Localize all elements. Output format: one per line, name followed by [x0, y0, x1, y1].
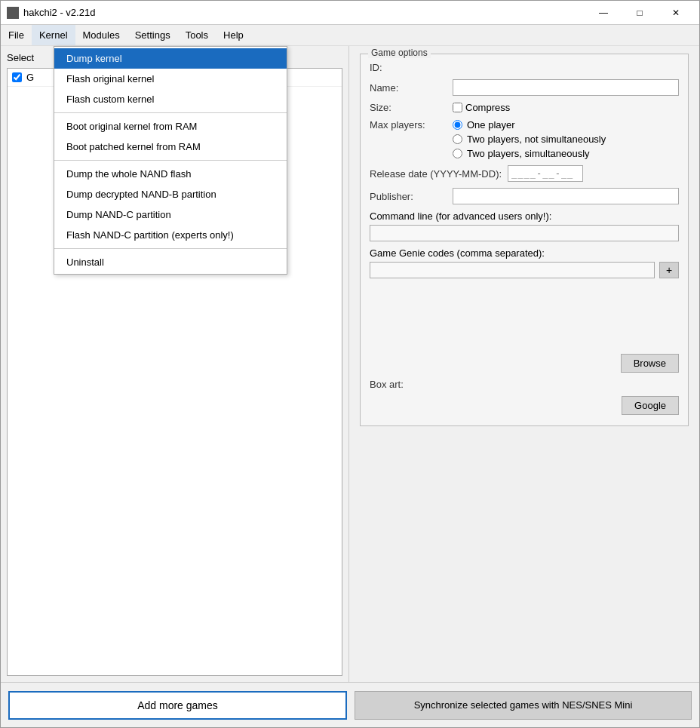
- menu-tools[interactable]: Tools: [178, 25, 216, 45]
- game-name: G: [26, 72, 34, 83]
- release-date-row: Release date (YYYY-MM-DD):: [370, 165, 679, 182]
- browse-button[interactable]: Browse: [621, 354, 679, 373]
- separator-1: [54, 112, 287, 113]
- id-row: ID:: [370, 62, 679, 73]
- separator-2: [54, 160, 287, 161]
- size-row: Size: Compress: [370, 102, 679, 113]
- menu-flash-custom-kernel[interactable]: Flash custom kernel: [54, 89, 287, 109]
- title-bar-controls: — □ ✕: [586, 2, 693, 23]
- one-player-radio[interactable]: [453, 120, 462, 130]
- name-input[interactable]: [453, 79, 679, 96]
- genie-row: +: [370, 262, 679, 278]
- title-bar-text: hakchi2 - v2.21d: [23, 7, 586, 18]
- main-window: hakchi2 - v2.21d — □ ✕ File Kernel Modul…: [0, 0, 700, 728]
- menu-dump-nand[interactable]: Dump the whole NAND flash: [54, 164, 287, 184]
- two-sim-row: Two players, simultaneously: [453, 148, 606, 159]
- command-line-input[interactable]: [370, 225, 679, 241]
- app-icon: [7, 7, 19, 19]
- game-checkbox[interactable]: [12, 72, 22, 82]
- menu-settings[interactable]: Settings: [127, 25, 178, 45]
- group-label: Game options: [368, 48, 431, 58]
- one-player-label: One player: [467, 119, 515, 131]
- menu-dump-kernel[interactable]: Dump kernel: [54, 48, 287, 69]
- menu-boot-original-ram[interactable]: Boot original kernel from RAM: [54, 116, 287, 137]
- separator-3: [54, 248, 287, 249]
- two-sim-radio[interactable]: [453, 149, 462, 158]
- menu-uninstall[interactable]: Uninstall: [54, 252, 287, 272]
- compress-label: Compress: [465, 102, 510, 113]
- kernel-dropdown: Dump kernel Flash original kernel Flash …: [54, 46, 287, 275]
- player-options: One player Two players, not simultaneous…: [453, 119, 606, 159]
- menu-boot-patched-ram[interactable]: Boot patched kernel from RAM: [54, 137, 287, 157]
- google-button[interactable]: Google: [622, 396, 679, 415]
- id-label: ID:: [370, 62, 453, 73]
- menu-dump-nand-b[interactable]: Dump decrypted NAND-B partition: [54, 184, 287, 204]
- genie-section: Game Genie codes (comma separated): +: [370, 247, 679, 278]
- game-options-group: Game options ID: Name: Size: Compress: [360, 54, 689, 426]
- one-player-row: One player: [453, 119, 606, 131]
- right-panel: Game options ID: Name: Size: Compress: [349, 46, 699, 682]
- menu-dump-nand-c[interactable]: Dump NAND-C partition: [54, 204, 287, 225]
- two-not-sim-row: Two players, not simultaneously: [453, 134, 606, 145]
- plus-button[interactable]: +: [659, 262, 679, 278]
- sync-button[interactable]: Synchronize selected games with NES/SNES…: [355, 691, 692, 720]
- add-games-button[interactable]: Add more games: [8, 691, 347, 720]
- two-not-sim-radio[interactable]: [453, 134, 462, 144]
- compress-checkbox[interactable]: [453, 103, 462, 112]
- size-label: Size:: [370, 102, 453, 113]
- genie-label: Game Genie codes (comma separated):: [370, 247, 545, 259]
- menu-flash-original-kernel[interactable]: Flash original kernel: [54, 69, 287, 89]
- minimize-button[interactable]: —: [586, 2, 621, 23]
- max-players-label: Max players:: [370, 119, 453, 131]
- genie-input[interactable]: [370, 262, 655, 278]
- max-players-row: Max players: One player Two players, not…: [370, 119, 679, 159]
- menu-help[interactable]: Help: [216, 25, 251, 45]
- menu-kernel[interactable]: Kernel: [32, 25, 75, 45]
- close-button[interactable]: ✕: [659, 2, 693, 23]
- menu-modules[interactable]: Modules: [75, 25, 127, 45]
- maximize-button[interactable]: □: [622, 2, 657, 23]
- release-date-input[interactable]: [508, 165, 583, 182]
- menu-flash-nand-c[interactable]: Flash NAND-C partition (experts only!): [54, 225, 287, 245]
- command-line-label: Command line (for advanced users only!):: [370, 210, 551, 222]
- menu-bar: File Kernel Modules Settings Tools Help …: [1, 25, 699, 46]
- publisher-row: Publisher:: [370, 188, 679, 204]
- menu-file[interactable]: File: [1, 25, 32, 45]
- box-art-section: Browse Box art: Google: [370, 354, 679, 418]
- release-date-label: Release date (YYYY-MM-DD):: [370, 168, 502, 180]
- two-sim-label: Two players, simultaneously: [467, 148, 590, 159]
- two-not-sim-label: Two players, not simultaneously: [467, 134, 606, 145]
- publisher-input[interactable]: [453, 188, 679, 204]
- box-art-row: Box art:: [370, 379, 679, 390]
- name-label: Name:: [370, 82, 453, 94]
- bottom-bar: Add more games Synchronize selected game…: [1, 682, 699, 727]
- box-art-label: Box art:: [370, 379, 453, 390]
- command-line-section: Command line (for advanced users only!):: [370, 210, 679, 241]
- name-row: Name:: [370, 79, 679, 96]
- title-bar: hakchi2 - v2.21d — □ ✕: [1, 1, 699, 25]
- publisher-label: Publisher:: [370, 191, 453, 202]
